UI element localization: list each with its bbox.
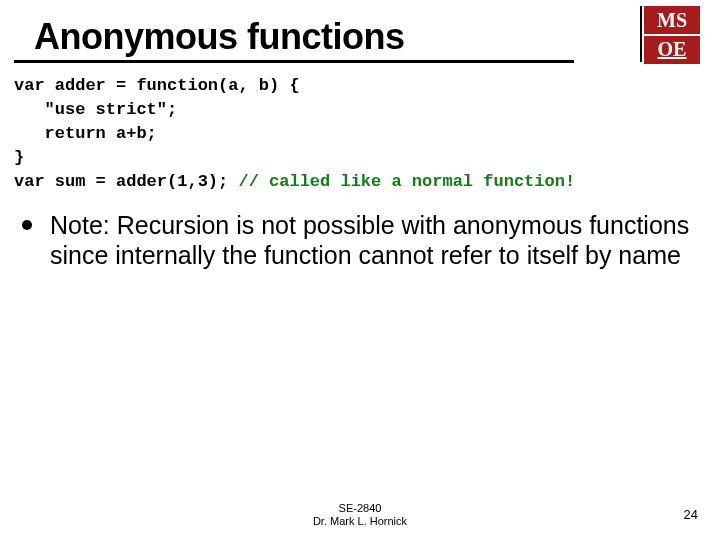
- code-line-3: return a+b;: [14, 124, 157, 143]
- code-line-1: var adder = function(a, b) {: [14, 76, 300, 95]
- bullet-dot-icon: [22, 220, 32, 230]
- code-comment: // called like a normal function!: [238, 172, 575, 191]
- code-block: var adder = function(a, b) { "use strict…: [14, 74, 575, 194]
- code-line-4: }: [14, 148, 24, 167]
- bullet-item: Note: Recursion is not possible with ano…: [22, 210, 692, 270]
- msoe-logo: MS OE: [644, 6, 700, 62]
- logo-divider: [640, 6, 642, 62]
- footer-author: Dr. Mark L. Hornick: [0, 515, 720, 528]
- page-number: 24: [684, 507, 698, 522]
- footer-course: SE-2840: [0, 502, 720, 515]
- slide-footer: SE-2840 Dr. Mark L. Hornick: [0, 502, 720, 528]
- title-underline: [14, 60, 574, 63]
- code-line-5a: var sum = adder(1,3);: [14, 172, 238, 191]
- bullet-text: Note: Recursion is not possible with ano…: [50, 210, 692, 270]
- code-line-2: "use strict";: [14, 100, 177, 119]
- slide: Anonymous functions MS OE var adder = fu…: [0, 0, 720, 540]
- logo-bottom-text: OE: [644, 36, 700, 64]
- slide-title: Anonymous functions: [34, 16, 405, 58]
- logo-top-text: MS: [644, 6, 700, 36]
